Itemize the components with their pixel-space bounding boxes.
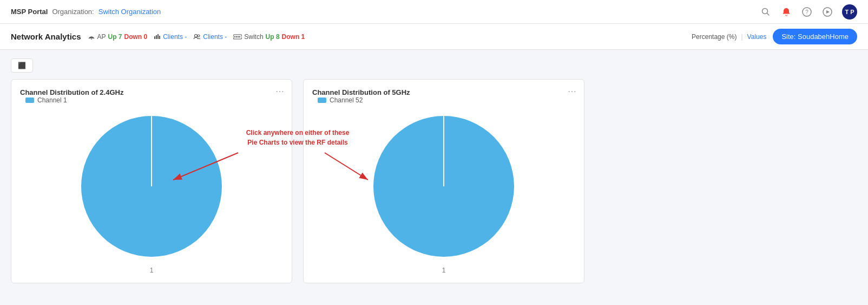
- filter-row: ⬛: [11, 59, 857, 73]
- chart-5ghz-card[interactable]: Channel Distribution of 5GHz ⋯ Channel 5…: [303, 79, 584, 283]
- bell-icon[interactable]: [780, 6, 792, 18]
- chart-5ghz-pie-label: 1: [442, 267, 446, 274]
- top-nav-left: MSP Portal Organization: Switch Organiza…: [11, 8, 161, 16]
- chart-24ghz-legend-label: Channel 1: [37, 96, 67, 104]
- ap-up: Up 7: [108, 33, 122, 41]
- chart-24ghz-pie-label: 1: [150, 267, 154, 274]
- svg-point-11: [195, 35, 198, 37]
- play-icon[interactable]: [821, 6, 833, 18]
- chart-5ghz-container: Channel 52 1: [312, 96, 575, 274]
- top-nav-right: ? T P: [760, 4, 857, 20]
- chart-24ghz-swatch: [25, 98, 34, 103]
- chart-5ghz-legend-label: Channel 52: [330, 96, 363, 104]
- help-icon[interactable]: ?: [801, 6, 813, 18]
- filter-button[interactable]: ⬛: [11, 59, 33, 73]
- switch-label: Switch: [244, 33, 263, 41]
- svg-marker-5: [826, 10, 830, 14]
- svg-text:?: ?: [805, 9, 808, 15]
- secondary-nav: Network Analytics AP Up 7 Down 0 Clients…: [0, 24, 868, 50]
- svg-point-14: [234, 36, 235, 37]
- site-button[interactable]: Site: SoudabehHome: [773, 29, 857, 44]
- filter-icon: ⬛: [18, 62, 26, 69]
- chart-24ghz-legend: Channel 1: [25, 96, 67, 104]
- ap-label: AP: [97, 33, 106, 41]
- main-content: ⬛ Channel Distribution of 2.4GHz ⋯ Chann…: [0, 50, 868, 305]
- svg-point-16: [238, 36, 239, 37]
- switch-stat: Switch Up 8 Down 1: [233, 33, 305, 41]
- values-label[interactable]: Values: [747, 33, 767, 41]
- clients2-label[interactable]: Clients -: [203, 33, 227, 41]
- secondary-nav-right: Percentage (%) | Values Site: SoudabehHo…: [692, 29, 857, 44]
- clients1-stat: Clients -: [154, 33, 187, 41]
- svg-rect-8: [156, 35, 157, 39]
- svg-rect-7: [154, 36, 155, 39]
- chart-5ghz-title: Channel Distribution of 5GHz: [312, 88, 410, 96]
- chart-24ghz-title: Channel Distribution of 2.4GHz: [20, 88, 123, 96]
- clients2-stat: Clients -: [193, 33, 227, 41]
- secondary-nav-left: Network Analytics AP Up 7 Down 0 Clients…: [11, 32, 305, 41]
- portal-label: MSP Portal: [11, 8, 48, 16]
- switch-up: Up 8: [266, 33, 280, 41]
- avatar: T P: [842, 4, 857, 20]
- svg-point-15: [236, 36, 237, 37]
- chart-24ghz-pie[interactable]: [76, 111, 227, 262]
- chart-5ghz-legend: Channel 52: [318, 96, 363, 104]
- chart-5ghz-pie[interactable]: [368, 111, 520, 262]
- svg-rect-9: [157, 34, 159, 39]
- svg-line-1: [767, 13, 770, 15]
- percentage-label[interactable]: Percentage (%): [692, 33, 737, 41]
- top-nav: MSP Portal Organization: Switch Organiza…: [0, 0, 868, 24]
- switch-org-link[interactable]: Switch Organization: [98, 8, 161, 16]
- switch-down: Down 1: [282, 33, 305, 41]
- ap-stat: AP Up 7 Down 0: [88, 33, 148, 41]
- search-icon[interactable]: [760, 6, 772, 18]
- svg-point-17: [239, 36, 240, 37]
- svg-rect-10: [159, 36, 160, 39]
- chart-24ghz-menu[interactable]: ⋯: [275, 87, 284, 96]
- svg-point-12: [198, 35, 200, 37]
- ap-down: Down 0: [124, 33, 148, 41]
- clients1-label[interactable]: Clients -: [163, 33, 187, 41]
- chart-5ghz-swatch: [318, 98, 326, 103]
- chart-5ghz-menu[interactable]: ⋯: [568, 87, 576, 96]
- chart-24ghz-card[interactable]: Channel Distribution of 2.4GHz ⋯ Channel…: [11, 79, 292, 283]
- page-title: Network Analytics: [11, 32, 81, 41]
- charts-row: Channel Distribution of 2.4GHz ⋯ Channel…: [11, 79, 857, 283]
- view-toggle: Percentage (%) | Values: [692, 33, 766, 41]
- org-label: Organization:: [52, 8, 94, 16]
- chart-24ghz-container: Channel 1 1: [20, 96, 283, 274]
